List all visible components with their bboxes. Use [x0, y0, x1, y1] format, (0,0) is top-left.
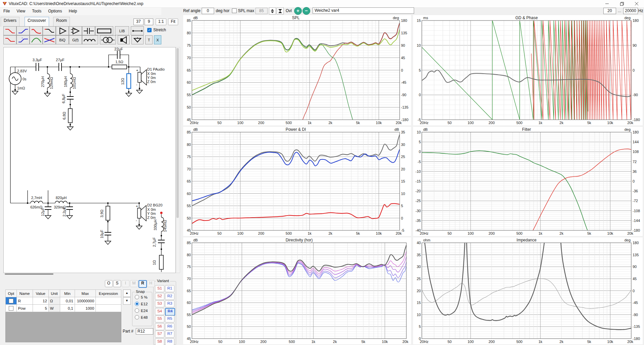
y-left-tick: 75 — [187, 43, 191, 47]
schematic-canvas[interactable]: 2,83V 0s 1mΩ 3,3µF 270µH 129mΩ 27µF 180µ… — [3, 47, 176, 273]
variant-button-s2[interactable]: S2 — [155, 293, 164, 300]
x-tick: 20k — [396, 231, 402, 235]
y-left-tick: 0 — [419, 150, 421, 154]
schematic-hscrollbar[interactable] — [5, 273, 173, 275]
shelf-icon[interactable] — [43, 26, 56, 35]
snap-option-5%[interactable]: 5 % — [135, 295, 152, 299]
y-right-tick: -90 — [633, 313, 638, 317]
y-left-tick: 65 — [187, 179, 191, 183]
variant-button-s6[interactable]: S6 — [155, 323, 164, 330]
y-right-tick: 180 — [633, 18, 639, 23]
stretch-label: Stretch — [153, 28, 166, 32]
tab-drivers[interactable]: Drivers — [1, 17, 19, 27]
snap-option-E48[interactable]: E48 — [135, 315, 152, 319]
x-tick: 10k — [376, 121, 382, 125]
minimize-button[interactable] — [600, 0, 614, 7]
spl-max-checkbox[interactable] — [232, 8, 237, 13]
y-left-tick: -30 — [415, 209, 421, 213]
variant-button-r7[interactable]: R7 — [165, 331, 174, 338]
x-tick: 20k — [402, 340, 408, 344]
variant-button-s1[interactable]: S1 — [155, 285, 164, 292]
variant-button-r6[interactable]: R6 — [165, 323, 174, 330]
opamp-icon[interactable]: + — [69, 26, 82, 35]
x-tick: 500 — [286, 121, 292, 125]
peak-eq-icon[interactable] — [30, 26, 43, 35]
transformer-icon[interactable] — [100, 35, 116, 44]
variant-button-s5[interactable]: S5 — [155, 315, 164, 322]
menu-file[interactable]: File — [0, 8, 13, 15]
x-tick: 500 — [516, 340, 522, 344]
biquad-button[interactable]: BiQ — [56, 35, 69, 44]
overlay-remove-button[interactable]: − — [303, 7, 310, 15]
close-button[interactable] — [629, 0, 644, 7]
lowshelf-icon[interactable] — [3, 35, 16, 44]
capacitor-icon[interactable] — [82, 26, 95, 35]
schematic-vscrollbar[interactable] — [176, 47, 180, 273]
x-tick: 200 — [258, 121, 264, 125]
hscroll-thumb[interactable] — [5, 273, 53, 275]
variant-button-s3[interactable]: S3 — [155, 300, 164, 307]
menu-tools[interactable]: Tools — [29, 8, 45, 15]
chart-gd-phase: 151050-5180900-90-18020Hz501002005001k2k… — [413, 15, 643, 125]
variant-name-field[interactable]: Weiche2 var4 — [313, 7, 414, 14]
crossover-icon[interactable] — [43, 35, 56, 44]
menu-view[interactable]: View — [13, 8, 29, 15]
freq-max-field[interactable]: 20000 — [623, 8, 638, 14]
bell-icon[interactable] — [30, 35, 43, 44]
restore-button[interactable] — [614, 0, 629, 7]
amplifier-icon[interactable] — [56, 26, 69, 35]
highpass-icon[interactable] — [16, 26, 30, 35]
delete-tool-button[interactable]: X — [154, 35, 161, 44]
overlay-add-button[interactable]: + — [294, 7, 302, 15]
variant-button-r5[interactable]: R5 — [165, 315, 174, 322]
variant-button-r4[interactable]: R4 — [165, 308, 175, 316]
wire-icon[interactable] — [131, 26, 144, 35]
freq-min-field[interactable]: 20 — [603, 8, 616, 14]
library-button[interactable]: LIB — [115, 26, 129, 35]
move-down-button[interactable]: ▼ — [123, 297, 131, 305]
mode-button-s[interactable]: S — [113, 280, 121, 287]
tab-room[interactable]: Room — [53, 17, 70, 27]
component-property-table[interactable]: OptNameValueUnitMinMaxExpression R12Ω 0,… — [5, 290, 121, 342]
tab-crossover[interactable]: Crossover — [25, 17, 49, 27]
highshelf-icon[interactable] — [16, 35, 30, 44]
variant-button-r1[interactable]: R1 — [165, 285, 174, 292]
part-number-field[interactable]: R12 — [136, 328, 153, 335]
zoom-1to1-button[interactable]: 1:1 — [156, 18, 166, 25]
fit-button[interactable]: Fit — [168, 18, 178, 25]
y-left-tick: 80 — [187, 31, 191, 35]
move-up-button[interactable]: ▲ — [123, 290, 131, 297]
snap-option-E12[interactable]: E12 — [135, 302, 152, 306]
svg-text:+: + — [136, 68, 138, 72]
table-row[interactable]: R12Ω 0,0110000000 — [6, 297, 121, 305]
speaker-icon[interactable] — [118, 35, 130, 44]
inductor-icon[interactable] — [82, 35, 98, 44]
variant-button-r2[interactable]: R2 — [165, 293, 174, 300]
variant-button-s4[interactable]: S4 — [155, 308, 164, 315]
canvas-height-field[interactable]: 9 — [145, 18, 153, 25]
y-right-tick: 35 — [401, 130, 405, 134]
autoscale-icon[interactable] — [277, 7, 284, 14]
variant-button-s7[interactable]: S7 — [155, 331, 164, 338]
mode-button-o[interactable]: O — [105, 280, 113, 287]
vscroll-thumb[interactable] — [176, 48, 179, 218]
ref-angle-field[interactable]: 0 — [202, 8, 214, 14]
y-right-tick: 10 — [401, 192, 405, 196]
variant-button-r3[interactable]: R3 — [165, 300, 174, 307]
text-tool-button[interactable]: T — [145, 35, 153, 44]
resistor-icon[interactable] — [95, 26, 113, 35]
variant-button-r8[interactable]: R8 — [165, 338, 174, 345]
snap-option-E24[interactable]: E24 — [135, 308, 152, 313]
table-row[interactable]: Pow5W 0,11000 — [6, 305, 121, 312]
ground-icon[interactable] — [131, 35, 144, 44]
gf-button[interactable]: G(f) — [69, 35, 82, 44]
menu-options[interactable]: Options — [45, 8, 65, 15]
stretch-checkbox[interactable]: ✓ — [147, 28, 152, 32]
axis-spin-button[interactable] — [269, 7, 276, 14]
menu-help[interactable]: Help — [66, 8, 81, 15]
app-logo-icon — [2, 1, 7, 6]
mode-button-r[interactable]: R — [138, 280, 147, 288]
canvas-width-field[interactable]: 37 — [133, 18, 144, 25]
lowpass-icon[interactable] — [3, 26, 16, 35]
variant-button-s8[interactable]: S8 — [155, 338, 164, 345]
